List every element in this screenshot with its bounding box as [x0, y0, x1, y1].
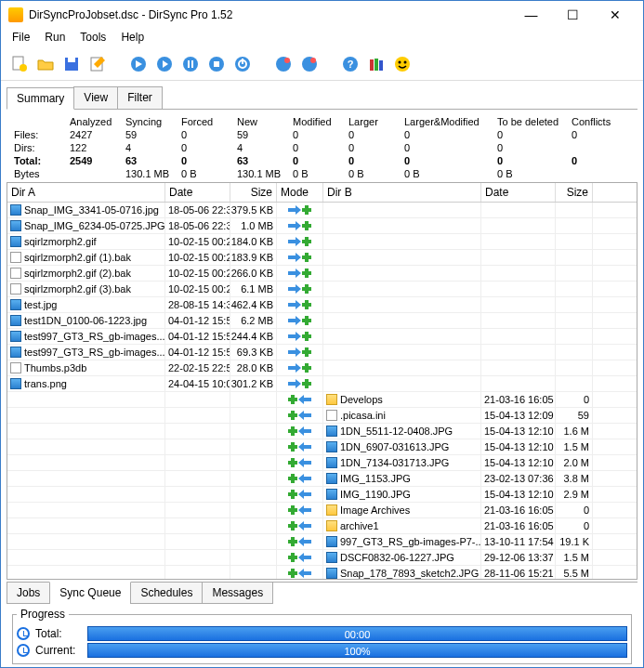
tab-schedules[interactable]: Schedules	[130, 583, 203, 604]
toolbar: ?	[1, 47, 643, 81]
svg-rect-11	[214, 61, 219, 67]
table-row[interactable]: .picasa.ini15-04-13 12:0959	[7, 408, 637, 424]
table-row[interactable]: IMG_1153.JPG23-02-13 07:363.8 M	[7, 471, 637, 487]
table-row[interactable]: test997_GT3_RS_gb-images...04-01-12 15:5…	[7, 329, 637, 345]
table-row[interactable]: 997_GT3_RS_gb-images-P7-...13-10-11 17:5…	[7, 534, 637, 550]
tab-view[interactable]: View	[73, 86, 118, 109]
play-icon[interactable]	[153, 53, 176, 75]
table-row[interactable]: 1DN_7134-031713.JPG15-04-13 12:102.0 M	[7, 455, 637, 471]
progress-total-label: Total:	[35, 627, 82, 640]
menu-file[interactable]: File	[5, 29, 37, 47]
table-row[interactable]: sqirlzmorph2.gif (3).bak10-02-15 00:226.…	[7, 282, 637, 297]
table-row[interactable]: 1DN_5511-12-0408.JPG15-04-13 12:101.6 M	[7, 424, 637, 439]
cell-size-a	[230, 392, 277, 407]
tabs-bottom: Jobs Sync Queue Schedules Messages	[7, 582, 637, 604]
smiley-icon[interactable]	[391, 53, 414, 75]
cell-size-b	[556, 376, 593, 391]
cell-filename-a: test1DN_0100-06-1223.jpg	[7, 313, 165, 328]
file-icon	[10, 299, 21, 310]
save-icon[interactable]	[60, 53, 83, 75]
stop-icon[interactable]	[205, 53, 228, 75]
stats-cell: 0 B	[402, 167, 495, 180]
table-row[interactable]: trans.png24-04-15 10:00301.2 KB	[7, 376, 637, 392]
col-mode[interactable]: Mode	[277, 183, 323, 202]
cell-mode	[277, 566, 323, 580]
table-row[interactable]: Image Archives21-03-16 16:050	[7, 503, 637, 518]
sync-icon[interactable]	[298, 53, 321, 75]
tab-sync-queue[interactable]: Sync Queue	[49, 582, 131, 603]
analyze-icon[interactable]	[272, 53, 295, 75]
menu-run[interactable]: Run	[37, 29, 72, 47]
play-all-icon[interactable]	[127, 53, 150, 75]
cell-filename-b	[323, 250, 481, 265]
new-icon[interactable]	[8, 53, 31, 75]
cell-size-b	[556, 345, 593, 360]
cell-mode	[277, 297, 323, 312]
table-row[interactable]: DSCF0832-06-1227.JPG29-12-06 13:371.5 M	[7, 550, 637, 566]
tab-summary[interactable]: Summary	[7, 87, 74, 110]
table-row[interactable]: test997_GT3_RS_gb-images...04-01-12 15:5…	[7, 345, 637, 360]
table-row[interactable]: Snap_IMG_3341-05-0716.jpg18-05-06 22:323…	[7, 203, 637, 218]
col-dir-b[interactable]: Dir B	[323, 183, 481, 202]
tab-filter[interactable]: Filter	[117, 86, 163, 109]
cell-date-a: 18-05-06 22:32	[165, 203, 230, 217]
cell-date-a: 04-01-12 15:52	[165, 345, 230, 360]
cell-date-a	[165, 408, 230, 423]
progress-legend: Progress	[17, 608, 69, 621]
table-row[interactable]: Develops21-03-16 16:050	[7, 392, 637, 408]
menu-help[interactable]: Help	[113, 29, 151, 47]
table-row[interactable]: sqirlzmorph2.gif (1).bak10-02-15 00:2718…	[7, 250, 637, 266]
table-row[interactable]: test1DN_0100-06-1223.jpg04-01-12 15:526.…	[7, 313, 637, 329]
cell-date-a: 04-01-12 15:52	[165, 329, 230, 344]
col-date-a[interactable]: Date	[165, 183, 230, 202]
edit-icon[interactable]	[86, 53, 109, 75]
table-row[interactable]: Snap_IMG_6234-05-0725.JPG18-05-06 22:321…	[7, 218, 637, 234]
open-icon[interactable]	[34, 53, 57, 75]
table-header: Dir A Date Size Mode Dir B Date Size	[7, 183, 637, 203]
tab-messages[interactable]: Messages	[202, 583, 273, 604]
table-row[interactable]: test.jpg28-08-15 14:30462.4 KB	[7, 297, 637, 313]
svg-rect-64	[288, 492, 297, 496]
table-body[interactable]: Snap_IMG_3341-05-0716.jpg18-05-06 22:323…	[7, 203, 637, 580]
table-row[interactable]: sqirlzmorph2.gif10-02-15 00:29184.0 KB	[7, 234, 637, 250]
help-icon[interactable]: ?	[339, 53, 361, 75]
table-row[interactable]: Snap_178_7893_sketch2.JPG28-11-06 15:215…	[7, 566, 637, 580]
cell-mode	[277, 234, 323, 249]
cell-size-a	[230, 424, 277, 439]
stats-cell: 4	[235, 141, 291, 154]
table-row[interactable]: archive121-03-16 16:050	[7, 518, 637, 534]
col-date-b[interactable]: Date	[481, 183, 556, 202]
window-title: DirSyncProJobset.dsc - DirSync Pro 1.52	[29, 8, 510, 21]
cell-filename-b: DSCF0832-06-1227.JPG	[323, 550, 481, 565]
cell-size-b: 19.1 K	[556, 534, 593, 549]
power-icon[interactable]	[231, 53, 254, 75]
cell-size-b: 2.9 M	[556, 487, 593, 502]
cell-mode	[277, 487, 323, 502]
file-icon	[10, 268, 21, 279]
col-size-a[interactable]: Size	[230, 183, 277, 202]
cell-size-a: 69.3 KB	[230, 345, 277, 360]
maximize-button[interactable]: ☐	[552, 1, 594, 29]
table-row[interactable]: sqirlzmorph2.gif (2).bak10-02-15 00:2526…	[7, 266, 637, 282]
svg-point-25	[399, 60, 401, 63]
table-row[interactable]: 1DN_6907-031613.JPG15-04-13 12:101.5 M	[7, 439, 637, 455]
table-row[interactable]: Thumbs.p3db22-02-15 22:5728.0 KB	[7, 360, 637, 376]
col-size-b[interactable]: Size	[556, 183, 593, 202]
file-icon	[326, 394, 337, 405]
cell-date-a	[165, 518, 230, 533]
cell-size-b	[556, 282, 593, 296]
books-icon[interactable]	[365, 53, 388, 75]
stats-cell	[570, 141, 625, 154]
close-button[interactable]: ✕	[594, 1, 636, 29]
tab-jobs[interactable]: Jobs	[7, 583, 50, 604]
cell-date-a: 28-08-15 14:30	[165, 297, 230, 312]
table-row[interactable]: IMG_1190.JPG15-04-13 12:102.9 M	[7, 487, 637, 503]
cell-filename-b: .picasa.ini	[323, 408, 481, 423]
cell-date-a	[165, 455, 230, 470]
pause-icon[interactable]	[179, 53, 202, 75]
stats-cell: 4	[124, 141, 179, 154]
col-dir-a[interactable]: Dir A	[7, 183, 165, 202]
minimize-button[interactable]: —	[510, 1, 552, 29]
menu-tools[interactable]: Tools	[72, 29, 113, 47]
file-icon	[10, 315, 21, 326]
